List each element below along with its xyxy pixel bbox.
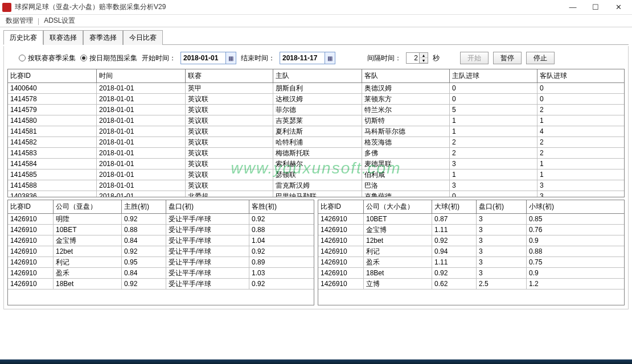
col-league[interactable]: 联赛 — [186, 69, 273, 82]
col-time[interactable]: 时间 — [97, 69, 186, 82]
col-match-id[interactable]: 比赛ID — [8, 69, 97, 82]
close-button[interactable]: ✕ — [607, 1, 630, 14]
interval-spinner[interactable]: ▲▼ — [406, 52, 428, 64]
stop-button[interactable]: 停止 — [526, 52, 555, 64]
tab-history[interactable]: 历史比赛 — [3, 30, 43, 45]
table-row[interactable]: 14006402018-01-01英甲朋斯自利奥德汉姆00 — [8, 83, 624, 94]
table-cell: 2018-01-01 — [97, 126, 186, 136]
table-cell: 0.92 — [122, 214, 166, 224]
tab-league[interactable]: 联赛选择 — [43, 30, 83, 45]
table-cell: 2018-01-01 — [97, 180, 186, 191]
start-date-input[interactable] — [181, 54, 225, 62]
calendar-icon[interactable]: ▦ — [325, 52, 335, 64]
table-row[interactable]: 14145882018-01-01英议联雷克斯汉姆巴洛33 — [8, 180, 624, 191]
table-cell: 克鲁萨德 — [362, 191, 450, 197]
table-row[interactable]: 142691010BET0.88受让平手/半球0.88 — [8, 225, 314, 235]
col-home[interactable]: 主队 — [273, 69, 362, 82]
table-row[interactable]: 142691012bet0.92受让平手/半球0.92 — [8, 246, 314, 257]
table-row[interactable]: 1426910利记0.9430.88 — [318, 246, 624, 257]
start-date-picker[interactable]: ▦ — [180, 52, 236, 64]
overunder-body[interactable]: 142691010BET0.8730.851426910金宝博1.1130.76… — [318, 214, 624, 305]
table-cell: 0 — [537, 83, 617, 93]
table-cell: 1426910 — [8, 214, 54, 224]
pause-button[interactable]: 暂停 — [493, 52, 522, 64]
col-handicap[interactable]: 盘口(初) — [166, 200, 249, 213]
table-row[interactable]: 1426910盈禾0.84受让平手/半球1.03 — [8, 268, 314, 279]
table-row[interactable]: 1426910明陞0.92受让平手/半球0.92 — [8, 214, 314, 225]
table-cell: 受让平手/半球 — [166, 257, 249, 267]
col-company-ah[interactable]: 公司（亚盘） — [54, 200, 122, 213]
table-row[interactable]: 142691018Bet0.9230.9 — [318, 268, 624, 279]
table-cell: 1 — [537, 159, 617, 169]
table-row[interactable]: 1426910立博0.622.51.2 — [318, 279, 624, 289]
table-row[interactable]: 14145802018-01-01英议联吉英瑟莱切斯特11 — [8, 115, 624, 126]
spin-up-icon[interactable]: ▲ — [420, 53, 428, 58]
col-company-ou[interactable]: 公司（大小盘） — [364, 200, 432, 213]
table-cell: 0.88 — [249, 225, 297, 235]
table-cell: 1414585 — [8, 169, 97, 180]
overunder-header: 比赛ID 公司（大小盘） 大球(初) 盘口(初) 小球(初) — [318, 200, 624, 214]
calendar-icon[interactable]: ▦ — [225, 52, 236, 64]
table-cell: 1426910 — [318, 279, 364, 289]
titlebar: 球探网足球（亚盘-大小盘）赔率数据采集分析V29 — ☐ ✕ — [0, 0, 632, 15]
menu-adsl[interactable]: ADSL设置 — [40, 16, 79, 26]
interval-input[interactable] — [407, 54, 419, 62]
maximize-button[interactable]: ☐ — [584, 1, 607, 14]
matches-grid-body[interactable]: 14006402018-01-01英甲朋斯自利奥德汉姆0014145782018… — [8, 83, 624, 197]
asian-odds-body[interactable]: 1426910明陞0.92受让平手/半球0.92142691010BET0.88… — [8, 214, 314, 305]
table-cell: 格茨海德 — [362, 137, 450, 147]
radio-by-date[interactable]: 按日期范围采集 — [80, 53, 137, 63]
table-cell: 0.88 — [122, 225, 166, 235]
table-row[interactable]: 14145842018-01-01英议联索利赫尔麦德黑联31 — [8, 159, 624, 169]
spin-down-icon[interactable]: ▼ — [420, 58, 428, 63]
radio-by-league[interactable]: 按联赛赛季采集 — [19, 53, 76, 63]
col-home-win[interactable]: 主胜(初) — [122, 200, 166, 213]
table-row[interactable]: 1426910金宝博0.84受让平手/半球1.04 — [8, 235, 314, 246]
col-away-goals[interactable]: 客队进球 — [537, 69, 617, 82]
table-row[interactable]: 14145852018-01-01英议联瑟顿联伯利咸11 — [8, 169, 624, 180]
col-away[interactable]: 客队 — [362, 69, 450, 82]
table-row[interactable]: 1426910金宝博1.1130.76 — [318, 225, 624, 235]
end-date-picker[interactable]: ▦ — [280, 52, 335, 64]
minimize-button[interactable]: — — [561, 1, 584, 14]
table-cell: 0 — [450, 83, 537, 93]
col-over[interactable]: 大球(初) — [432, 200, 477, 213]
table-row[interactable]: 14145812018-01-01英议联夏利法斯马科斯菲尔德14 — [8, 126, 624, 137]
start-time-label: 开始时间： — [142, 53, 176, 63]
table-row[interactable]: 14038362018-01-01北爱超巴里纳马勒联克鲁萨德03 — [8, 191, 624, 197]
table-cell: 英议联 — [186, 148, 273, 158]
col-match-id[interactable]: 比赛ID — [8, 200, 54, 213]
table-row[interactable]: 1426910利记0.95受让平手/半球0.89 — [8, 257, 314, 268]
table-cell: 明陞 — [54, 214, 122, 224]
col-match-id[interactable]: 比赛ID — [318, 200, 364, 213]
end-date-input[interactable] — [280, 54, 325, 62]
table-row[interactable]: 14145822018-01-01英议联哈特利浦格茨海德22 — [8, 137, 624, 148]
asian-odds-header: 比赛ID 公司（亚盘） 主胜(初) 盘口(初) 客胜(初) — [8, 200, 314, 214]
table-row[interactable]: 142691012bet0.9230.9 — [318, 235, 624, 246]
menu-data[interactable]: 数据管理 — [2, 16, 36, 26]
tab-season[interactable]: 赛季选择 — [83, 30, 123, 45]
table-row[interactable]: 14145792018-01-01英议联菲尔德特兰米尔52 — [8, 105, 624, 115]
table-cell: 1426910 — [8, 257, 54, 267]
start-button[interactable]: 开始 — [460, 52, 489, 64]
table-cell: 2018-01-01 — [97, 105, 186, 115]
table-cell: 0.62 — [432, 279, 477, 289]
col-under[interactable]: 小球(初) — [527, 200, 574, 213]
table-cell: 伯利咸 — [362, 169, 450, 180]
table-cell: 0.84 — [122, 235, 166, 246]
table-cell: 0.87 — [432, 214, 477, 224]
table-cell: 0.95 — [122, 257, 166, 267]
table-row[interactable]: 142691010BET0.8730.85 — [318, 214, 624, 225]
table-row[interactable]: 1426910盈禾1.1130.75 — [318, 257, 624, 268]
table-cell: 受让平手/半球 — [166, 279, 249, 289]
table-row[interactable]: 14145832018-01-01英议联梅德斯托联多佛22 — [8, 148, 624, 159]
table-cell: 达根汉姆 — [273, 94, 362, 104]
table-cell: 受让平手/半球 — [166, 225, 249, 235]
col-home-goals[interactable]: 主队进球 — [450, 69, 537, 82]
table-cell: 2018-01-01 — [97, 148, 186, 158]
col-line[interactable]: 盘口(初) — [477, 200, 527, 213]
col-away-win[interactable]: 客胜(初) — [249, 200, 297, 213]
table-row[interactable]: 14145782018-01-01英议联达根汉姆莱顿东方00 — [8, 94, 624, 105]
table-row[interactable]: 142691018Bet0.92受让平手/半球0.92 — [8, 279, 314, 289]
tab-today[interactable]: 今日比赛 — [123, 30, 163, 45]
